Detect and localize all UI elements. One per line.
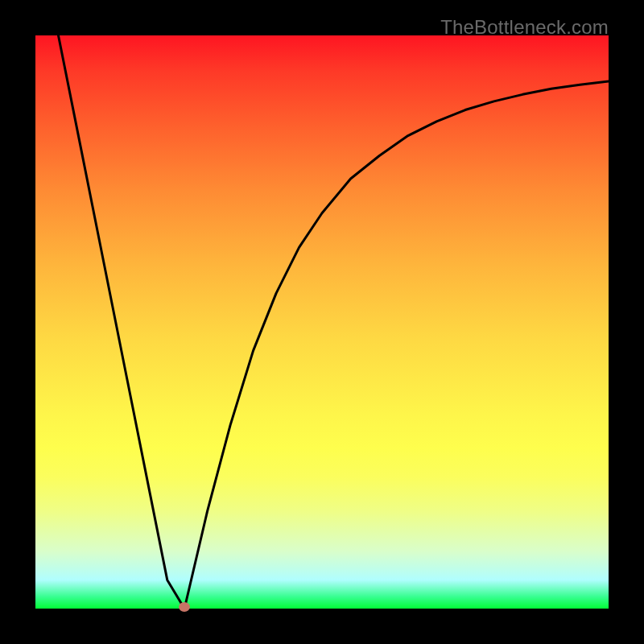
chart-frame: TheBottleneck.com — [0, 0, 644, 644]
bottleneck-curve — [35, 35, 609, 609]
plot-area — [35, 35, 609, 609]
watermark-text: TheBottleneck.com — [440, 16, 609, 39]
minimum-marker — [179, 602, 190, 612]
